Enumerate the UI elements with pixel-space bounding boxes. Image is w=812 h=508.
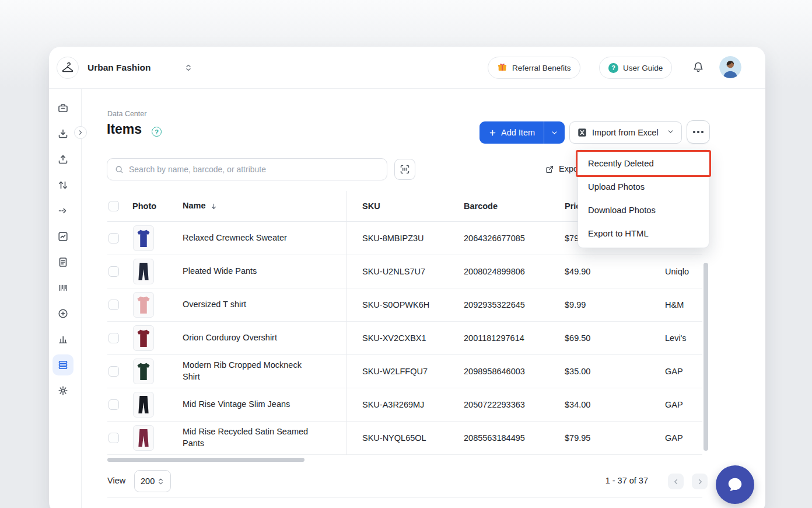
workspace-switcher-icon[interactable]	[184, 64, 192, 72]
search-input[interactable]	[129, 165, 380, 174]
menu-item-download-photos[interactable]: Download Photos	[578, 199, 709, 222]
sidebar-item-move-icon[interactable]	[52, 200, 74, 221]
item-name: Oversized T shirt	[183, 288, 310, 321]
more-actions-button[interactable]	[687, 120, 710, 144]
chat-bubble-icon	[726, 476, 744, 493]
chevron-left-icon	[672, 478, 680, 486]
sidebar-item-check-out-icon[interactable]	[52, 149, 74, 170]
help-icon[interactable]: ?	[152, 127, 162, 137]
sidebar-item-add-new-icon[interactable]	[52, 303, 74, 324]
sidebar-item-items-list-icon[interactable]	[52, 354, 74, 375]
sidebar-item-reports-icon[interactable]	[52, 226, 74, 247]
add-item-label: Add Item	[501, 128, 535, 137]
pagination-next-button[interactable]	[692, 474, 708, 489]
item-photo[interactable]	[133, 325, 154, 351]
chat-widget-button[interactable]	[716, 465, 754, 504]
sidebar-item-analytics-icon[interactable]	[52, 329, 74, 350]
item-sku: SKU-NYQL65OL	[362, 422, 426, 454]
import-from-excel-label: Import from Excel	[592, 128, 659, 137]
sidebar-item-settings-gear-icon[interactable]	[52, 380, 74, 401]
menu-item-recently-deleted[interactable]: Recently Deleted	[578, 152, 709, 175]
search-icon	[114, 165, 124, 175]
chevron-down-icon	[551, 129, 558, 137]
topbar: Urban Fashion Referral Benefits ? User G…	[49, 47, 765, 89]
item-sku: SKU-A3R269MJ	[362, 388, 424, 421]
item-price: $79	[565, 222, 579, 255]
horizontal-scrollbar[interactable]	[107, 458, 304, 462]
table-row[interactable]: Oversized T shirtSKU-S0OPWK6H20929353226…	[107, 288, 702, 322]
pagination-range: 1 - 37 of 37	[568, 476, 648, 485]
row-checkbox[interactable]	[108, 233, 119, 243]
select-arrows-icon	[157, 478, 164, 485]
table-row[interactable]: Orion Corduroy OvershirtSKU-XV2CXBX12001…	[107, 322, 702, 355]
item-barcode: 2092935322645	[464, 288, 525, 321]
item-price: $79.95	[565, 422, 590, 454]
item-sku: SKU-S0OPWK6H	[362, 288, 429, 321]
item-price: $9.99	[565, 288, 586, 321]
sidebar-item-storage-bin-icon[interactable]	[52, 98, 74, 119]
table-row[interactable]: Mid Rise Vintage Slim JeansSKU-A3R269MJ2…	[107, 388, 702, 422]
item-barcode: 2064326677085	[464, 222, 525, 255]
app-window: Urban Fashion Referral Benefits ? User G…	[49, 47, 765, 508]
pagination-prev-button[interactable]	[668, 474, 684, 489]
excel-icon	[577, 127, 587, 138]
question-mark-icon: ?	[608, 63, 618, 73]
column-header-barcode[interactable]: Barcode	[464, 191, 498, 221]
workspace-name[interactable]: Urban Fashion	[88, 47, 151, 89]
page-size-value: 200	[141, 476, 155, 486]
sidebar-item-notes-icon[interactable]	[52, 252, 74, 273]
vertical-scrollbar[interactable]	[704, 263, 708, 451]
row-checkbox[interactable]	[108, 333, 119, 343]
row-checkbox[interactable]	[108, 433, 119, 443]
page-size-select[interactable]: 200	[134, 470, 171, 492]
item-price: $49.90	[565, 255, 590, 288]
column-header-sku[interactable]: SKU	[362, 191, 380, 221]
referral-benefits-label: Referral Benefits	[512, 64, 571, 72]
add-item-dropdown-button[interactable]	[544, 121, 565, 144]
sidebar-item-transfer-icon[interactable]	[52, 175, 74, 196]
sidebar-item-barcode-icon[interactable]	[52, 277, 74, 298]
sidebar-collapse-button[interactable]	[74, 126, 87, 139]
scan-icon	[399, 163, 411, 175]
menu-item-export-to-html[interactable]: Export to HTML	[578, 222, 709, 245]
column-header-photo[interactable]: Photo	[132, 191, 156, 221]
item-price: $34.00	[565, 388, 590, 421]
add-item-button[interactable]: Add Item	[480, 121, 544, 144]
item-photo[interactable]	[133, 359, 154, 384]
menu-item-upload-photos[interactable]: Upload Photos	[578, 175, 709, 199]
table-row[interactable]: Modern Rib Cropped Mockneck ShirtSKU-W2L…	[107, 355, 702, 388]
item-barcode: 2085563184495	[464, 422, 525, 454]
frozen-column-divider	[346, 191, 346, 455]
select-all-checkbox[interactable]	[108, 201, 119, 211]
sidebar-item-check-in-icon[interactable]	[52, 123, 74, 144]
user-avatar[interactable]	[719, 56, 741, 78]
item-photo[interactable]	[133, 225, 154, 251]
user-guide-button[interactable]: ? User Guide	[599, 57, 672, 79]
workspace-logo-hanger-icon[interactable]	[57, 57, 79, 79]
referral-benefits-button[interactable]: Referral Benefits	[488, 57, 580, 79]
item-name: Mid Rise Vintage Slim Jeans	[183, 388, 310, 421]
table-row[interactable]: Mid Rise Recycled Satin Seamed PantsSKU-…	[107, 422, 702, 455]
item-photo[interactable]	[133, 259, 154, 284]
table-row[interactable]: Pleated Wide PantsSKU-U2NLS7U72008024899…	[107, 255, 702, 288]
item-photo[interactable]	[133, 425, 154, 451]
item-barcode: 2001181297614	[464, 322, 524, 354]
notifications-bell-icon[interactable]	[692, 61, 705, 74]
item-photo[interactable]	[133, 392, 154, 417]
column-header-name[interactable]: Name	[183, 191, 310, 221]
footer-divider	[107, 497, 702, 497]
item-photo[interactable]	[133, 292, 154, 318]
row-checkbox[interactable]	[108, 300, 119, 310]
chevron-down-icon	[667, 128, 674, 137]
row-checkbox[interactable]	[108, 366, 119, 377]
sort-desc-icon[interactable]	[209, 202, 218, 211]
item-brand: GAP	[665, 355, 683, 388]
import-from-excel-button[interactable]: Import from Excel	[569, 121, 682, 144]
item-name: Modern Rib Cropped Mockneck Shirt	[183, 355, 310, 388]
item-name: Pleated Wide Pants	[183, 255, 310, 288]
gift-icon	[497, 62, 508, 74]
row-checkbox[interactable]	[108, 266, 119, 277]
row-checkbox[interactable]	[108, 399, 119, 410]
barcode-scan-button[interactable]	[394, 159, 415, 180]
item-brand: H&M	[665, 288, 684, 321]
